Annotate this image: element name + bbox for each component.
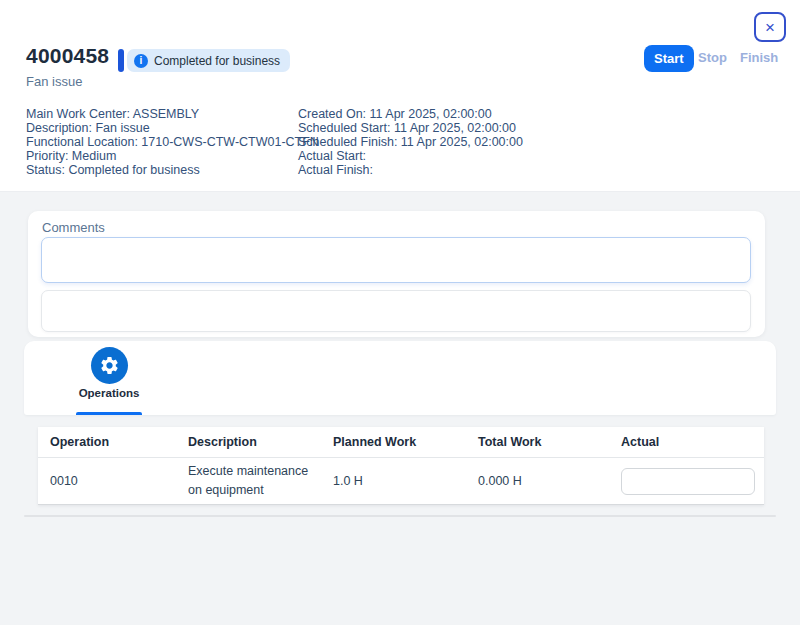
cell-description: Execute maintenance on equipment	[176, 462, 321, 500]
tab-bar: Operations	[24, 341, 776, 415]
table-row: 0010 Execute maintenance on equipment 1.…	[38, 458, 764, 505]
stop-button[interactable]: Stop	[698, 50, 727, 65]
page-title: 4000458	[26, 44, 109, 68]
comments-label: Comments	[42, 220, 105, 235]
gear-icon	[91, 347, 128, 384]
section-divider	[24, 515, 776, 517]
comments-card: Comments	[28, 211, 765, 337]
column-header-operation: Operation	[38, 435, 176, 449]
column-header-planned-work: Planned Work	[321, 435, 466, 449]
detail-line: Functional Location: 1710-CWS-CTW-CTW01-…	[26, 135, 319, 149]
cell-total-work: 0.000 H	[466, 474, 609, 488]
start-button[interactable]: Start	[644, 45, 694, 72]
tab-operations[interactable]: Operations	[76, 347, 142, 399]
close-icon: ×	[765, 19, 775, 36]
header: × 4000458 i Completed for business Fan i…	[0, 0, 800, 192]
info-icon: i	[134, 54, 148, 68]
table-header-row: Operation Description Planned Work Total…	[38, 427, 764, 458]
details-left-column: Main Work Center: ASSEMBLY Description: …	[26, 107, 319, 177]
column-header-description: Description	[176, 435, 321, 449]
cell-operation: 0010	[38, 474, 176, 488]
detail-line: Created On: 11 Apr 2025, 02:00:00	[298, 107, 523, 121]
detail-line: Status: Completed for business	[26, 163, 319, 177]
detail-line: Scheduled Start: 11 Apr 2025, 02:00:00	[298, 121, 523, 135]
detail-line: Actual Start:	[298, 149, 523, 163]
comment-display-box	[41, 290, 751, 332]
badge-chip: i Completed for business	[127, 49, 290, 72]
details-right-column: Created On: 11 Apr 2025, 02:00:00 Schedu…	[298, 107, 523, 177]
detail-line: Description: Fan issue	[26, 121, 319, 135]
column-header-actual: Actual	[609, 435, 764, 449]
operations-table: Operation Description Planned Work Total…	[38, 427, 764, 505]
badge-accent-bar	[118, 49, 124, 72]
close-button[interactable]: ×	[754, 12, 786, 42]
column-header-total-work: Total Work	[466, 435, 609, 449]
cell-planned-work: 1.0 H	[321, 474, 466, 488]
status-badge: i Completed for business	[118, 49, 290, 72]
detail-line: Actual Finish:	[298, 163, 523, 177]
detail-line: Scheduled Finish: 11 Apr 2025, 02:00:00	[298, 135, 523, 149]
detail-line: Main Work Center: ASSEMBLY	[26, 107, 319, 121]
active-tab-indicator	[76, 412, 142, 415]
actual-work-input[interactable]	[621, 468, 755, 495]
detail-line: Priority: Medium	[26, 149, 319, 163]
cell-actual	[609, 468, 764, 495]
badge-label: Completed for business	[154, 54, 280, 68]
page-subtitle: Fan issue	[26, 74, 82, 89]
work-order-page: × 4000458 i Completed for business Fan i…	[0, 0, 800, 625]
tab-operations-label: Operations	[76, 387, 142, 399]
finish-button[interactable]: Finish	[740, 50, 778, 65]
comment-input[interactable]	[41, 237, 751, 283]
